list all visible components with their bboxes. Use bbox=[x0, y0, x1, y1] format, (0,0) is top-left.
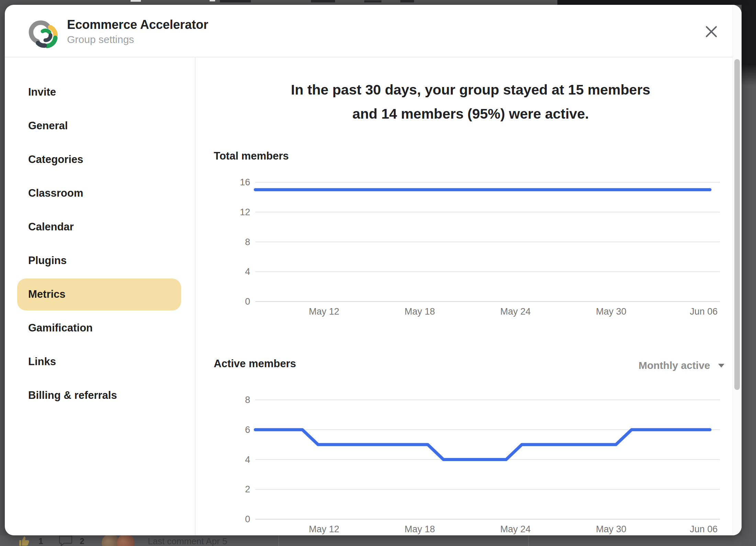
sidebar-item-invite[interactable]: Invite bbox=[28, 84, 56, 100]
x-tick-label: May 24 bbox=[500, 524, 531, 534]
y-tick-label: 0 bbox=[245, 296, 250, 307]
x-tick-label: May 30 bbox=[596, 524, 626, 534]
thumbs-up-icon bbox=[18, 536, 30, 546]
x-tick-label: May 30 bbox=[596, 306, 626, 317]
total-members-chart-title: Total members bbox=[214, 150, 289, 162]
avatar bbox=[117, 535, 135, 546]
x-tick-label: May 12 bbox=[309, 524, 340, 534]
sidebar-item-categories[interactable]: Categories bbox=[28, 151, 83, 168]
comment-count: 2 bbox=[80, 536, 84, 546]
y-tick-label: 8 bbox=[245, 395, 250, 405]
sidebar-item-calendar[interactable]: Calendar bbox=[28, 219, 74, 235]
x-tick-label: May 24 bbox=[500, 306, 531, 317]
sidebar-item-classroom[interactable]: Classroom bbox=[28, 185, 83, 201]
modal-title: Ecommerce Accelerator bbox=[67, 18, 208, 32]
last-comment-label: Last comment Apr 5 bbox=[148, 536, 227, 546]
dropdown-selected-label: Monthly active bbox=[638, 360, 710, 371]
sidebar-item-gamification[interactable]: Gamification bbox=[28, 320, 93, 336]
group-logo-icon bbox=[27, 17, 65, 55]
y-tick-label: 16 bbox=[240, 177, 250, 187]
x-tick-label: Jun 06 bbox=[690, 306, 718, 317]
x-tick-label: Jun 06 bbox=[690, 524, 718, 534]
x-tick-label: May 18 bbox=[404, 524, 435, 534]
y-tick-label: 4 bbox=[245, 455, 250, 465]
y-tick-label: 0 bbox=[245, 514, 250, 524]
active-members-chart-title: Active members bbox=[214, 358, 296, 370]
sidebar-item-plugins[interactable]: Plugins bbox=[28, 252, 67, 269]
comment-icon bbox=[59, 536, 72, 546]
y-tick-label: 12 bbox=[240, 207, 250, 217]
x-tick-label: May 18 bbox=[404, 306, 435, 317]
y-tick-label: 8 bbox=[245, 237, 250, 247]
settings-sidebar: InviteGeneralCategoriesClassroomCalendar… bbox=[5, 57, 195, 535]
active-members-range-dropdown[interactable]: Monthly active bbox=[620, 360, 725, 375]
sidebar-item-general[interactable]: General bbox=[28, 118, 68, 134]
modal-subtitle: Group settings bbox=[67, 34, 134, 45]
active-members-chart: 02468May 12May 18May 24May 30Jun 06 bbox=[192, 378, 742, 535]
sidebar-item-links[interactable]: Links bbox=[28, 353, 56, 370]
chevron-down-icon bbox=[718, 363, 725, 368]
sidebar-item-billing-referrals[interactable]: Billing & referrals bbox=[28, 387, 117, 404]
headline-line2: and 14 members (95%) were active. bbox=[195, 102, 742, 126]
scrollbar-thumb[interactable] bbox=[734, 59, 740, 390]
y-tick-label: 2 bbox=[245, 484, 250, 494]
close-icon[interactable] bbox=[702, 23, 720, 41]
active-members-line bbox=[255, 430, 710, 460]
y-tick-label: 6 bbox=[245, 425, 250, 435]
headline-line1: In the past 30 days, your group stayed a… bbox=[195, 78, 742, 102]
total-members-chart: 0481216May 12May 18May 24May 30Jun 06 bbox=[192, 172, 742, 334]
like-count: 1 bbox=[38, 536, 43, 546]
sidebar-item-metrics[interactable]: Metrics bbox=[28, 286, 66, 303]
y-tick-label: 4 bbox=[245, 266, 250, 277]
background-top-bar-dark bbox=[557, 0, 756, 5]
background-right-edge bbox=[742, 5, 756, 546]
screen: 1 2 Last comment Apr 5 Ecommerce Acceler… bbox=[0, 0, 756, 546]
group-settings-modal: Ecommerce Accelerator Group settings Inv… bbox=[5, 5, 742, 535]
metrics-headline: In the past 30 days, your group stayed a… bbox=[195, 78, 742, 126]
x-tick-label: May 12 bbox=[309, 306, 340, 317]
background-post-footer: 1 2 Last comment Apr 5 bbox=[0, 535, 742, 546]
